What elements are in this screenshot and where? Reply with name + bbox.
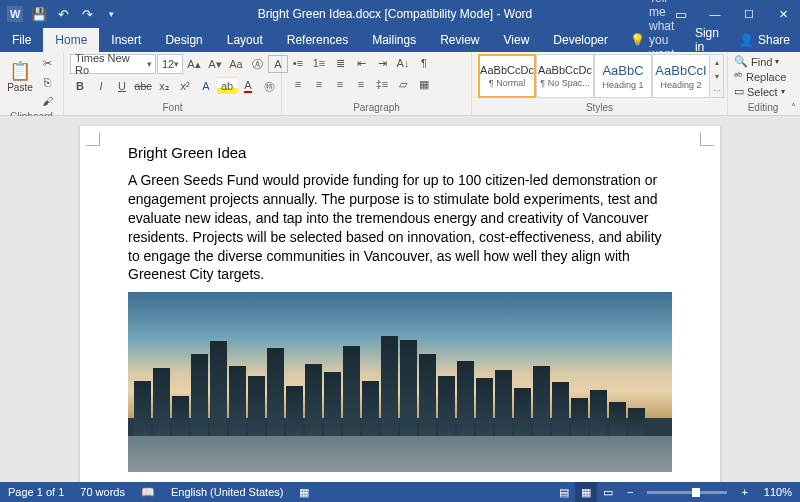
tab-review[interactable]: Review bbox=[428, 28, 491, 52]
bullets-button[interactable]: •≡ bbox=[288, 54, 308, 72]
ribbon-options-icon[interactable]: ▭ bbox=[664, 5, 698, 23]
collapse-ribbon-button[interactable]: ˄ bbox=[791, 102, 796, 113]
replace-button[interactable]: ᵃᵇReplace bbox=[734, 69, 786, 84]
group-styles-label: Styles bbox=[478, 101, 721, 115]
find-icon: 🔍 bbox=[734, 55, 748, 68]
group-paragraph: •≡ 1≡ ≣ ⇤ ⇥ A↓ ¶ ≡ ≡ ≡ ≡ ‡≡ ▱ ▦ Paragrap… bbox=[282, 52, 472, 115]
cut-button[interactable]: ✂ bbox=[37, 54, 57, 72]
status-page[interactable]: Page 1 of 1 bbox=[0, 486, 72, 498]
quick-access-toolbar: W 💾 ↶ ↷ ▾ bbox=[0, 5, 126, 23]
align-center-button[interactable]: ≡ bbox=[309, 75, 329, 93]
status-bar: Page 1 of 1 70 words 📖 English (United S… bbox=[0, 482, 800, 502]
tab-file[interactable]: File bbox=[0, 28, 43, 52]
tab-home[interactable]: Home bbox=[43, 28, 99, 52]
zoom-out-button[interactable]: − bbox=[619, 486, 641, 498]
shading-button[interactable]: ▱ bbox=[393, 75, 413, 93]
qat-customize-icon[interactable]: ▾ bbox=[102, 5, 120, 23]
strikethrough-button[interactable]: abc bbox=[133, 77, 153, 95]
styles-gallery[interactable]: AaBbCcDc¶ Normal AaBbCcDc¶ No Spac... Aa… bbox=[478, 54, 724, 98]
font-size-select[interactable]: 12 bbox=[157, 54, 183, 74]
paste-button[interactable]: 📋 Paste bbox=[6, 54, 34, 98]
share-button[interactable]: 👤Share bbox=[729, 28, 800, 52]
signin-button[interactable]: Sign in bbox=[685, 28, 729, 52]
shrink-font-button[interactable]: A▾ bbox=[205, 55, 225, 73]
status-macro[interactable]: ▦ bbox=[291, 486, 317, 499]
share-label: Share bbox=[758, 33, 790, 47]
document-area[interactable]: Bright Green Idea A Green Seeds Fund wou… bbox=[0, 116, 800, 482]
clipboard-icon: 📋 bbox=[9, 60, 31, 82]
tab-developer[interactable]: Developer bbox=[541, 28, 620, 52]
status-proofing[interactable]: 📖 bbox=[133, 486, 163, 499]
tab-design[interactable]: Design bbox=[153, 28, 214, 52]
style-heading2[interactable]: AaBbCcIHeading 2 bbox=[652, 54, 710, 98]
numbering-button[interactable]: 1≡ bbox=[309, 54, 329, 72]
window-title: Bright Green Idea.docx [Compatibility Mo… bbox=[126, 7, 664, 21]
underline-button[interactable]: U bbox=[112, 77, 132, 95]
multilevel-button[interactable]: ≣ bbox=[330, 54, 350, 72]
font-name-value: Times New Ro bbox=[75, 52, 141, 76]
bold-button[interactable]: B bbox=[70, 77, 90, 95]
svg-text:W: W bbox=[10, 8, 21, 20]
clear-formatting-button[interactable]: Ⓐ bbox=[247, 55, 267, 73]
zoom-in-button[interactable]: + bbox=[733, 486, 755, 498]
format-painter-button[interactable]: 🖌 bbox=[37, 92, 57, 110]
group-editing: 🔍Find▾ ᵃᵇReplace ▭Select▾ Editing bbox=[728, 52, 798, 115]
zoom-value[interactable]: 110% bbox=[756, 486, 800, 498]
line-spacing-button[interactable]: ‡≡ bbox=[372, 75, 392, 93]
superscript-button[interactable]: x² bbox=[175, 77, 195, 95]
maximize-button[interactable]: ☐ bbox=[732, 0, 766, 28]
font-size-value: 12 bbox=[162, 58, 174, 70]
style-heading1[interactable]: AaBbCHeading 1 bbox=[594, 54, 652, 98]
font-name-select[interactable]: Times New Ro bbox=[70, 54, 156, 74]
show-marks-button[interactable]: ¶ bbox=[414, 54, 434, 72]
document-title[interactable]: Bright Green Idea bbox=[128, 144, 672, 161]
style-normal[interactable]: AaBbCcDc¶ Normal bbox=[478, 54, 536, 98]
text-effects-button[interactable]: A bbox=[196, 77, 216, 95]
view-web-button[interactable]: ▭ bbox=[597, 482, 619, 502]
grow-font-button[interactable]: A▴ bbox=[184, 55, 204, 73]
align-left-button[interactable]: ≡ bbox=[288, 75, 308, 93]
select-button[interactable]: ▭Select▾ bbox=[734, 84, 786, 99]
window-controls: — ☐ ✕ bbox=[698, 0, 800, 28]
change-case-button[interactable]: Aa bbox=[226, 55, 246, 73]
align-right-button[interactable]: ≡ bbox=[330, 75, 350, 93]
increase-indent-button[interactable]: ⇥ bbox=[372, 54, 392, 72]
tab-view[interactable]: View bbox=[492, 28, 542, 52]
group-font-label: Font bbox=[70, 101, 275, 115]
highlight-button[interactable]: ab bbox=[217, 77, 237, 95]
tab-references[interactable]: References bbox=[275, 28, 360, 52]
document-image[interactable] bbox=[128, 292, 672, 472]
word-app-icon: W bbox=[6, 5, 24, 23]
font-color-button[interactable]: A bbox=[238, 77, 258, 95]
undo-icon[interactable]: ↶ bbox=[54, 5, 72, 23]
copy-button[interactable]: ⎘ bbox=[37, 73, 57, 91]
sort-button[interactable]: A↓ bbox=[393, 54, 413, 72]
status-words[interactable]: 70 words bbox=[72, 486, 133, 498]
ribbon-tabs: File Home Insert Design Layout Reference… bbox=[0, 28, 800, 52]
document-body[interactable]: A Green Seeds Fund would provide funding… bbox=[128, 171, 672, 284]
italic-button[interactable]: I bbox=[91, 77, 111, 95]
zoom-slider[interactable] bbox=[647, 491, 727, 494]
style-nospacing[interactable]: AaBbCcDc¶ No Spac... bbox=[536, 54, 594, 98]
status-language[interactable]: English (United States) bbox=[163, 486, 292, 498]
view-read-button[interactable]: ▤ bbox=[553, 482, 575, 502]
enclose-button[interactable]: ㊕ bbox=[259, 77, 279, 95]
redo-icon[interactable]: ↷ bbox=[78, 5, 96, 23]
view-print-button[interactable]: ▦ bbox=[575, 482, 597, 502]
subscript-button[interactable]: x₂ bbox=[154, 77, 174, 95]
styles-more-button[interactable]: ▴▾⋯ bbox=[710, 54, 724, 98]
borders-button[interactable]: ▦ bbox=[414, 75, 434, 93]
minimize-button[interactable]: — bbox=[698, 0, 732, 28]
close-button[interactable]: ✕ bbox=[766, 0, 800, 28]
document-page[interactable]: Bright Green Idea A Green Seeds Fund wou… bbox=[80, 126, 720, 482]
group-paragraph-label: Paragraph bbox=[288, 101, 465, 115]
decrease-indent-button[interactable]: ⇤ bbox=[351, 54, 371, 72]
tab-insert[interactable]: Insert bbox=[99, 28, 153, 52]
tab-layout[interactable]: Layout bbox=[215, 28, 275, 52]
replace-icon: ᵃᵇ bbox=[734, 70, 743, 83]
tell-me-box[interactable]: 💡Tell me what you want to do... bbox=[620, 28, 685, 52]
tab-mailings[interactable]: Mailings bbox=[360, 28, 428, 52]
find-button[interactable]: 🔍Find▾ bbox=[734, 54, 786, 69]
justify-button[interactable]: ≡ bbox=[351, 75, 371, 93]
save-icon[interactable]: 💾 bbox=[30, 5, 48, 23]
